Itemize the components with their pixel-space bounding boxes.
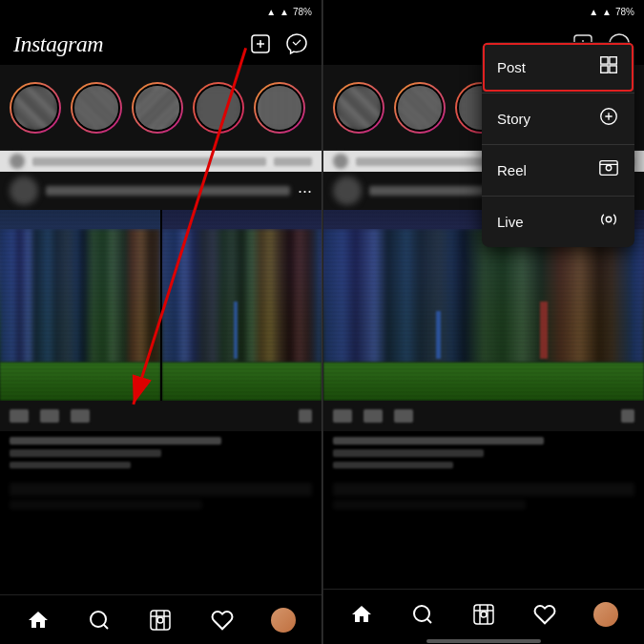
- story-avatar-1[interactable]: [10, 82, 61, 134]
- svg-rect-22: [601, 57, 608, 64]
- like-action-r[interactable]: [333, 409, 352, 423]
- dropdown-story-icon: [598, 106, 619, 132]
- save-action-r[interactable]: [621, 409, 634, 423]
- status-bar-left: ▲ ▲ 78%: [0, 0, 322, 23]
- dropdown-menu: Post Story: [482, 42, 634, 247]
- post-actions-right: [323, 401, 644, 431]
- battery-icon-r: 78%: [615, 7, 634, 17]
- story-avatar-3[interactable]: [132, 82, 183, 134]
- right-panel: ▲ ▲ 78%: [322, 0, 644, 644]
- battery-icon: 78%: [293, 7, 312, 17]
- nav-like-right[interactable]: [524, 593, 566, 635]
- post-image-left-1: [0, 210, 160, 401]
- left-panel: ▲ ▲ 78% Instagram: [0, 0, 322, 644]
- svg-point-30: [606, 165, 612, 171]
- status-icons-left: ▲ ▲ 78%: [266, 7, 312, 17]
- post-avatar-r: [333, 177, 362, 205]
- status-icons-right: ▲ ▲ 78%: [589, 7, 634, 17]
- stories-row-left: [0, 65, 322, 151]
- svg-point-6: [157, 617, 163, 623]
- nav-reels-left[interactable]: [139, 599, 181, 641]
- svg-point-3: [91, 612, 106, 627]
- dropdown-story[interactable]: Story: [482, 93, 634, 145]
- caption-area-left: [0, 431, 322, 479]
- story-avatar-r1[interactable]: [333, 82, 384, 134]
- svg-rect-17: [474, 605, 493, 624]
- svg-point-18: [481, 612, 487, 617]
- feed-user-dot-r: [333, 154, 348, 169]
- nav-home-left[interactable]: [17, 599, 59, 641]
- svg-line-16: [427, 618, 431, 622]
- comment-action-r[interactable]: [364, 409, 383, 423]
- comment-action[interactable]: [40, 409, 59, 423]
- instagram-logo: Instagram: [13, 31, 103, 57]
- nav-like-left[interactable]: [201, 599, 243, 641]
- svg-point-32: [606, 217, 612, 222]
- feed-user-dot: [10, 154, 25, 169]
- svg-rect-25: [610, 66, 616, 73]
- dropdown-post[interactable]: Post: [482, 42, 634, 93]
- wifi-icon-r: ▲: [589, 7, 598, 17]
- post-more-icon[interactable]: ···: [298, 181, 312, 201]
- signal-icon: ▲: [280, 7, 289, 17]
- svg-point-15: [414, 606, 429, 621]
- svg-line-4: [104, 624, 108, 628]
- share-action-r[interactable]: [394, 409, 413, 423]
- feed-header-left: [0, 151, 322, 172]
- feed-spacer-left: [0, 479, 322, 594]
- nav-search-right[interactable]: [402, 593, 444, 635]
- caption-area-right: [323, 431, 644, 479]
- signal-icon-r: ▲: [602, 7, 612, 17]
- nav-reels-right[interactable]: [463, 593, 505, 635]
- wifi-icon: ▲: [266, 7, 276, 17]
- dropdown-reel-label: Reel: [497, 162, 527, 178]
- feed-spacer-right: [323, 479, 644, 589]
- dropdown-reel-icon: [598, 157, 619, 183]
- post-images-left: [0, 210, 322, 401]
- post-image-left-2: [160, 210, 322, 401]
- story-avatar-r2[interactable]: [394, 82, 446, 134]
- svg-rect-5: [151, 611, 170, 630]
- share-action[interactable]: [71, 409, 90, 423]
- dropdown-post-label: Post: [497, 59, 526, 75]
- bottom-nav-right: [323, 589, 644, 638]
- nav-profile-left[interactable]: [262, 599, 304, 641]
- dropdown-post-icon: [598, 54, 619, 80]
- header-icons-left: [249, 32, 308, 55]
- dropdown-live[interactable]: Live: [482, 197, 634, 247]
- nav-home-right[interactable]: [341, 593, 383, 635]
- home-indicator-right: [323, 638, 644, 644]
- like-action[interactable]: [10, 409, 29, 423]
- svg-rect-29: [600, 161, 617, 176]
- status-bar-right: ▲ ▲ 78%: [323, 0, 644, 23]
- nav-profile-right[interactable]: [585, 593, 627, 635]
- dropdown-live-label: Live: [497, 214, 524, 230]
- story-avatar-2[interactable]: [71, 82, 122, 134]
- story-avatar-4[interactable]: [193, 82, 244, 134]
- home-bar: [426, 639, 541, 643]
- header-left: Instagram: [0, 23, 322, 65]
- dropdown-live-icon: [598, 209, 619, 235]
- story-avatar-5[interactable]: [254, 82, 305, 134]
- post-actions-left: [0, 401, 322, 431]
- post-avatar: [10, 177, 38, 205]
- dropdown-reel[interactable]: Reel: [482, 145, 634, 197]
- bottom-nav-left: [0, 594, 322, 644]
- feed-header-text-1: [32, 157, 266, 166]
- svg-rect-23: [610, 57, 616, 64]
- post-username: [46, 186, 290, 196]
- nav-search-left[interactable]: [78, 599, 120, 641]
- add-post-button[interactable]: [249, 32, 272, 55]
- dropdown-story-label: Story: [497, 111, 530, 127]
- post-username-bar-left: ···: [0, 172, 322, 210]
- save-action[interactable]: [299, 409, 312, 423]
- svg-rect-24: [601, 66, 608, 73]
- messenger-button[interactable]: [285, 32, 308, 55]
- feed-header-text-2: [274, 157, 312, 166]
